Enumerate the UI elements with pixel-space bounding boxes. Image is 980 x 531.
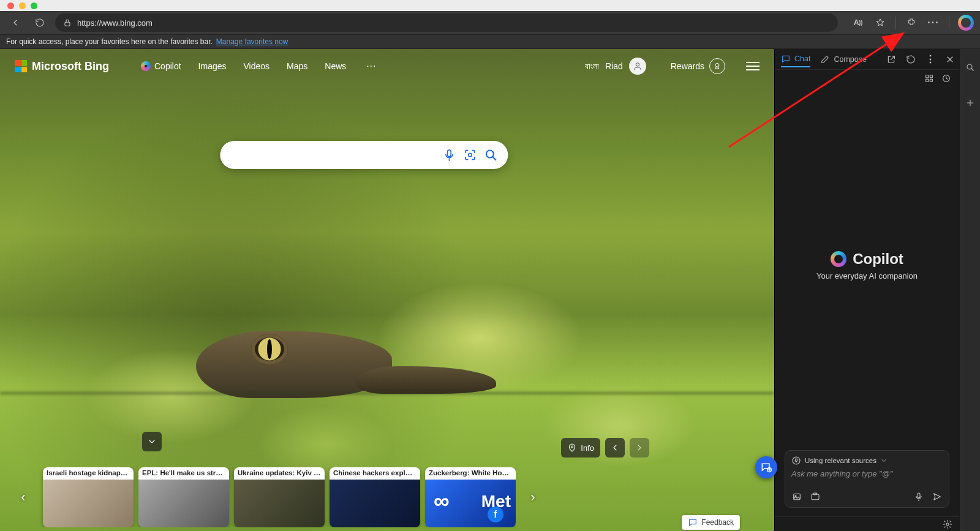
sidebar-search-button[interactable] (964, 61, 976, 73)
bing-logo[interactable]: Microsoft Bing (15, 60, 109, 73)
copilot-tab-compose[interactable]: Compose (820, 52, 867, 67)
open-in-new-button[interactable] (886, 54, 896, 65)
traffic-light-minimize[interactable] (19, 2, 26, 9)
favorites-bar: For quick access, place your favorites h… (0, 34, 980, 49)
svg-rect-18 (918, 493, 920, 498)
news-card[interactable]: EPL: He'll make us stronger... (138, 467, 229, 527)
bing-nav: Copilot Images Videos Maps News ··· (141, 58, 379, 74)
nav-more-button[interactable]: ··· (363, 58, 379, 74)
visual-search-button[interactable] (461, 146, 478, 164)
rewards-area[interactable]: Rewards (671, 58, 725, 74)
location-pin-icon (567, 443, 577, 453)
news-card[interactable]: Ukraine updates: Kyiv says ... (234, 467, 325, 527)
traffic-light-close[interactable] (7, 2, 14, 9)
voice-search-button[interactable] (440, 146, 458, 164)
nav-news[interactable]: News (325, 58, 346, 74)
svg-rect-3 (448, 150, 451, 157)
copilot-subtitle: Your everyday AI companion (816, 271, 918, 281)
news-card[interactable]: Zuckerberg: White Hous...f (425, 467, 516, 527)
copilot-title: Copilot (853, 250, 903, 268)
favorites-star-button[interactable] (871, 13, 889, 32)
copilot-icon (141, 61, 151, 71)
svg-rect-0 (65, 22, 70, 26)
copilot-tabs: Chat Compose ⋮ (775, 49, 959, 70)
hamburger-menu-button[interactable] (746, 62, 760, 70)
svg-rect-17 (813, 493, 816, 495)
copilot-input-area: Using relevant sources (775, 444, 959, 516)
background-image (123, 318, 380, 416)
attach-image-button[interactable] (791, 491, 802, 502)
feedback-button[interactable]: Feedback (682, 515, 740, 530)
wallpaper-next-button[interactable] (630, 438, 649, 458)
feedback-icon (688, 518, 698, 527)
bing-brand-text: Microsoft Bing (32, 60, 109, 73)
refresh-button[interactable] (31, 13, 49, 32)
browser-toolbar: https://www.bing.com A)) ··· (0, 11, 980, 34)
info-label: Info (581, 443, 594, 453)
mic-button[interactable] (913, 491, 924, 502)
news-card[interactable]: Chinese hackers exploited ... (330, 467, 420, 527)
svg-rect-16 (812, 494, 819, 500)
language-link[interactable]: বাংলা (585, 61, 599, 72)
background-detail (0, 392, 774, 394)
window-titlebar (0, 0, 980, 11)
back-button[interactable] (6, 13, 24, 32)
panel-refresh-button[interactable] (906, 54, 916, 65)
compose-icon (820, 55, 830, 64)
tab-chat-label: Chat (794, 55, 810, 63)
news-card-title: Israeli hostage kidnapped ... (43, 467, 134, 480)
traffic-light-zoom[interactable] (31, 2, 37, 9)
bing-bottom-bar: Info ‹ Israeli hostage kidnapped ... EPL… (0, 438, 774, 531)
sources-selector[interactable]: Using relevant sources (791, 456, 943, 469)
nav-images[interactable]: Images (198, 58, 227, 74)
news-card-title: Ukraine updates: Kyiv says ... (234, 467, 325, 480)
wallpaper-info-button[interactable]: Info (561, 438, 600, 458)
svg-rect-10 (930, 79, 932, 81)
plugins-button[interactable] (924, 73, 935, 84)
search-input[interactable] (233, 150, 437, 160)
copilot-logo: Copilot (831, 250, 903, 268)
rewards-medal-icon (709, 58, 725, 74)
settings-more-button[interactable]: ··· (924, 13, 943, 32)
history-button[interactable] (941, 73, 952, 84)
svg-point-4 (469, 153, 472, 157)
extensions-button[interactable] (902, 13, 921, 32)
news-card[interactable]: Israeli hostage kidnapped ... (43, 467, 134, 527)
read-aloud-button[interactable]: A)) (849, 13, 867, 32)
send-button[interactable] (932, 491, 943, 502)
toolbar-separator (895, 17, 896, 29)
chat-icon (781, 54, 791, 64)
copilot-tab-chat[interactable]: Chat (781, 51, 810, 67)
user-name[interactable]: Riad (605, 61, 623, 71)
user-avatar[interactable] (629, 58, 646, 75)
favorites-hint-text: For quick access, place your favorites h… (6, 37, 213, 46)
news-card-title: Chinese hackers exploited ... (330, 467, 420, 480)
wallpaper-prev-button[interactable] (605, 438, 625, 458)
nav-copilot-label: Copilot (154, 61, 181, 71)
bing-header: Microsoft Bing Copilot Images Videos Map… (0, 49, 774, 83)
microsoft-logo-icon (15, 60, 27, 72)
tab-compose-label: Compose (834, 55, 867, 64)
copilot-body: Copilot Your everyday AI companion (775, 87, 959, 444)
copilot-input[interactable] (791, 469, 943, 485)
screenshot-button[interactable] (810, 491, 821, 502)
feedback-label: Feedback (701, 518, 734, 527)
nav-copilot[interactable]: Copilot (141, 58, 181, 74)
address-bar[interactable]: https://www.bing.com (55, 13, 838, 32)
nav-videos[interactable]: Videos (244, 58, 270, 74)
carousel-prev-button[interactable]: ‹ (15, 489, 32, 506)
copilot-toolbar-button[interactable] (958, 15, 974, 31)
search-submit-button[interactable] (482, 146, 499, 164)
chevron-down-icon (880, 457, 888, 464)
panel-more-button[interactable]: ⋮ (925, 54, 935, 65)
panel-close-button[interactable] (945, 54, 955, 65)
nav-maps[interactable]: Maps (287, 58, 307, 74)
manage-favorites-link[interactable]: Manage favorites now (216, 37, 288, 46)
svg-point-19 (946, 523, 949, 525)
sidebar-add-button[interactable] (964, 97, 976, 109)
copilot-footer (775, 516, 959, 531)
carousel-next-button[interactable]: › (524, 489, 541, 506)
copilot-settings-button[interactable] (942, 519, 953, 530)
svg-point-6 (571, 446, 573, 448)
copilot-input-box: Using relevant sources (785, 450, 949, 508)
